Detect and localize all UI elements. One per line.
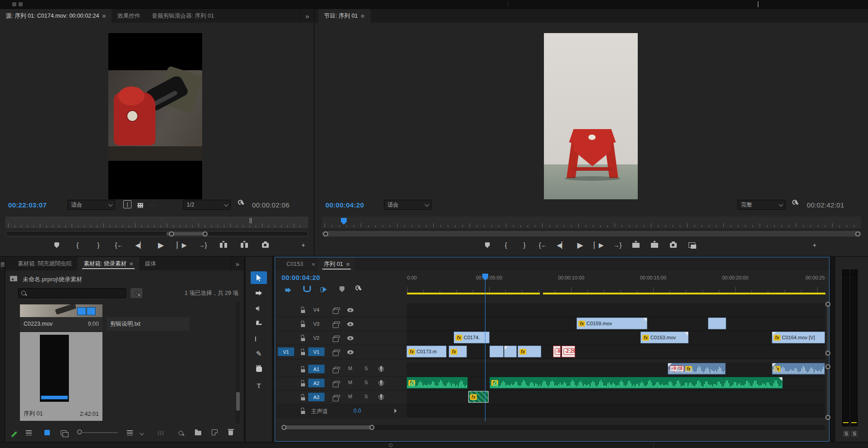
add-button[interactable]: +	[809, 240, 820, 250]
mute-button[interactable]: M	[348, 394, 352, 399]
source-patch-v1[interactable]: V1	[278, 347, 294, 356]
play-button[interactable]: ▶	[574, 240, 586, 250]
lock-icon[interactable]	[301, 395, 306, 400]
globe-icon[interactable]	[389, 443, 393, 447]
lock-icon[interactable]	[301, 408, 306, 414]
video-scroll-handle-top[interactable]	[825, 302, 830, 307]
pan-icon[interactable]	[394, 409, 400, 413]
toggle-track-output-icon[interactable]	[347, 350, 354, 354]
source-resolution-select[interactable]: 1/2	[183, 200, 231, 210]
video-scroll-handle-bottom[interactable]	[825, 351, 830, 356]
audio-scroll-handle-top[interactable]	[825, 364, 830, 369]
lock-icon[interactable]	[301, 307, 306, 313]
sync-lock-icon[interactable]	[333, 396, 339, 401]
sync-lock-icon[interactable]	[333, 382, 339, 387]
track-target-v2[interactable]: V2	[308, 333, 325, 342]
lock-icon[interactable]	[301, 366, 306, 372]
video-clip[interactable]: fxC0173.m	[407, 346, 446, 357]
mark-in-button[interactable]: {	[72, 240, 83, 250]
new-bin-button[interactable]	[195, 429, 201, 437]
icon-view-button[interactable]	[44, 429, 50, 437]
audio-track-lane-a3[interactable]: fx	[407, 390, 825, 405]
track-target-a2[interactable]: A2	[308, 379, 325, 387]
audio-track-lane-a2[interactable]: fxfx	[407, 376, 825, 390]
step-forward-button[interactable]: ▏▶	[176, 240, 188, 250]
automate-to-sequence-button[interactable]	[158, 429, 164, 437]
window-icon[interactable]	[12, 2, 16, 6]
source-playhead[interactable]	[250, 218, 252, 223]
edit-original-button[interactable]	[11, 429, 17, 437]
video-clip[interactable]: fx	[449, 346, 467, 357]
ripple-edit-tool[interactable]	[251, 302, 267, 315]
tab-effect-controls[interactable]: 效果控件	[112, 9, 146, 23]
program-video-viewport[interactable]	[544, 33, 638, 199]
source-video-viewport[interactable]	[108, 33, 202, 199]
program-timecode[interactable]: 00:00:04:20	[325, 201, 364, 209]
solo-right-button[interactable]: S	[850, 430, 858, 438]
mark-out-button[interactable]: }	[92, 240, 104, 250]
step-back-button[interactable]: ◀▏	[556, 240, 567, 250]
window-icon[interactable]	[19, 2, 23, 6]
razor-tool[interactable]	[251, 317, 267, 330]
video-clip[interactable]: fxC0174.	[454, 332, 490, 343]
hscroll-thumb[interactable]	[283, 425, 374, 429]
track-target-v1[interactable]: V1	[308, 347, 325, 356]
audio-clip[interactable]: fx	[490, 377, 783, 389]
toggle-track-output-icon[interactable]	[347, 322, 354, 326]
solo-button[interactable]: S	[364, 366, 368, 371]
mute-button[interactable]: M	[348, 366, 352, 371]
source-settings-button[interactable]	[238, 199, 245, 208]
project-item-sequence[interactable]: 序列 01 2:42:01	[20, 332, 102, 421]
timeline-hscrollbar[interactable]	[281, 425, 825, 430]
tab-source-clip[interactable]: 源: 序列 01: C0174.mov: 00:00:02:24 ≡	[0, 9, 112, 23]
voiceover-record-icon[interactable]	[380, 394, 383, 398]
find-button[interactable]	[179, 429, 183, 437]
audio-clip[interactable]: fx	[468, 391, 489, 403]
program-settings-button[interactable]	[792, 199, 799, 208]
source-zoom-select[interactable]: 适合	[68, 200, 115, 210]
project-item-txt[interactable]: 剪辑说明.txt	[107, 317, 189, 331]
tab-bin-1[interactable]: 素材箱: 闊充簚闊虫晥	[12, 257, 78, 270]
type-tool[interactable]: T	[251, 379, 267, 392]
toggle-track-output-icon[interactable]	[347, 308, 354, 312]
goto-out-button[interactable]: →}	[611, 240, 623, 250]
zoom-handle-right[interactable]	[855, 231, 860, 236]
zoom-handle-left[interactable]	[323, 231, 328, 236]
sync-lock-icon[interactable]	[333, 323, 339, 328]
comparison-view-button[interactable]	[686, 240, 698, 250]
project-search-input[interactable]	[18, 288, 126, 298]
tab-overflow-icon[interactable]: »	[231, 257, 244, 270]
video-clip[interactable]: fxC0163.mov	[640, 332, 689, 343]
toggle-track-output-icon[interactable]	[347, 336, 354, 340]
video-clip[interactable]: fxC0164.mov [V]	[772, 332, 825, 343]
sort-icons-button[interactable]	[127, 429, 133, 437]
clip-thumbnail-partial[interactable]	[20, 304, 102, 317]
video-clip[interactable]: fx	[518, 346, 541, 357]
video-clip[interactable]	[708, 318, 726, 329]
source-timecode[interactable]: 00:22:03:07	[8, 201, 47, 209]
delete-button[interactable]	[228, 429, 233, 437]
add-marker-button[interactable]	[51, 240, 63, 250]
sync-lock-icon[interactable]	[333, 309, 339, 314]
program-zoom-scrollbar[interactable]	[322, 231, 861, 236]
track-select-forward-tool[interactable]	[251, 287, 267, 299]
lock-icon[interactable]	[301, 321, 306, 327]
sync-lock-icon[interactable]	[333, 351, 339, 356]
master-track-lane[interactable]	[407, 405, 825, 418]
panel-menu-icon[interactable]: ≡	[130, 260, 133, 267]
track-target-v3[interactable]: V3	[308, 319, 325, 328]
video-track-lane-v4[interactable]	[407, 303, 825, 317]
tab-bin-burn-footage[interactable]: 素材箱: 烧录素材 ≡	[78, 257, 139, 270]
program-playhead[interactable]	[341, 218, 347, 225]
program-quality-select[interactable]: 完整	[737, 200, 786, 210]
program-zoom-select[interactable]: 适合	[384, 200, 432, 210]
project-scrollbar[interactable]	[236, 302, 240, 424]
pen-tool[interactable]: ✎	[251, 347, 267, 360]
hscroll-handle-right[interactable]	[369, 425, 374, 430]
drag-audio-button[interactable]	[150, 202, 156, 210]
step-forward-button[interactable]: ▏▶	[593, 240, 605, 250]
video-track-lane-v3[interactable]: fxC0159.mov	[407, 317, 825, 331]
panel-menu-icon[interactable]: ≡	[102, 13, 106, 19]
hand-tool[interactable]	[251, 363, 267, 376]
audio-clip[interactable]: fx	[772, 363, 825, 375]
